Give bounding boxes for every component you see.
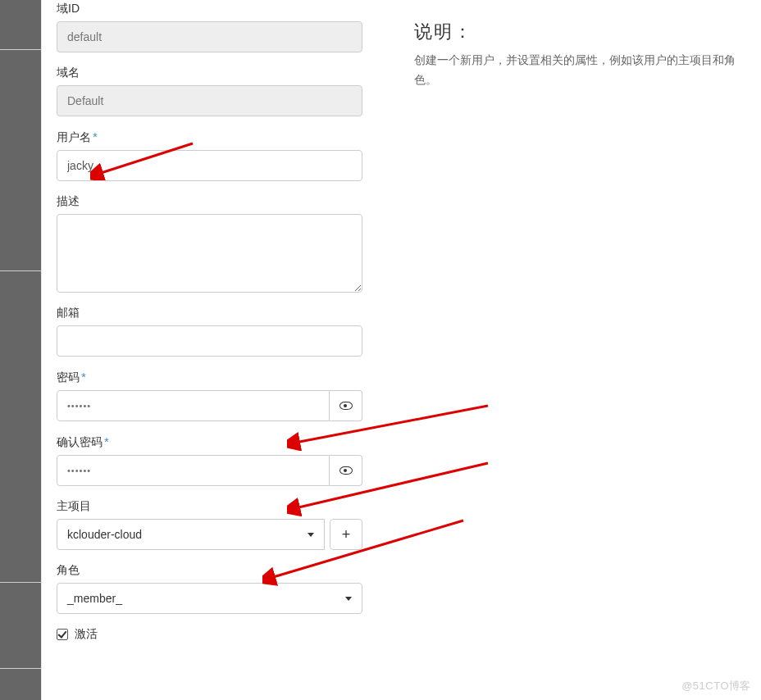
chevron-down-icon	[345, 597, 352, 601]
description-column: 说明： 创建一个新用户，并设置相关的属性，例如该用户的主项目和角色。	[409, 0, 746, 700]
required-star-icon: *	[93, 130, 98, 143]
domain-name-input	[57, 85, 362, 116]
chevron-down-icon	[308, 533, 314, 537]
username-label: 用户名*	[57, 130, 409, 145]
add-project-button[interactable]: +	[330, 519, 362, 550]
description-title: 说明：	[414, 20, 746, 44]
required-star-icon: *	[81, 370, 86, 384]
role-select[interactable]: _member_	[57, 583, 362, 614]
confirm-password-input[interactable]	[57, 455, 330, 486]
username-label-text: 用户名	[57, 130, 91, 143]
eye-icon	[339, 466, 353, 475]
create-user-modal: 域ID 域名 用户名* 描述 邮箱	[41, 0, 761, 700]
modal-backdrop	[0, 0, 41, 700]
role-label: 角色	[57, 563, 409, 578]
email-input[interactable]	[57, 325, 362, 357]
password-input[interactable]	[57, 390, 330, 421]
watermark: @51CTO博客	[681, 679, 751, 693]
confirm-password-label: 确认密码*	[57, 434, 409, 450]
activate-row[interactable]: 激活	[57, 627, 409, 642]
form-column: 域ID 域名 用户名* 描述 邮箱	[57, 0, 409, 700]
description-text: 创建一个新用户，并设置相关的属性，例如该用户的主项目和角色。	[414, 51, 746, 90]
required-star-icon: *	[104, 434, 109, 448]
description-textarea[interactable]	[57, 214, 362, 293]
main-project-label: 主项目	[57, 499, 409, 514]
domain-id-input	[57, 21, 362, 52]
toggle-confirm-password-visibility[interactable]	[330, 455, 362, 486]
activate-label: 激活	[75, 627, 98, 642]
email-label: 邮箱	[57, 306, 409, 320]
domain-name-label: 域名	[57, 66, 409, 80]
username-input[interactable]	[57, 150, 362, 181]
password-label-text: 密码	[57, 370, 80, 384]
main-project-selected-value: kclouder-cloud	[67, 528, 142, 541]
domain-id-label: 域ID	[57, 2, 409, 16]
toggle-password-visibility[interactable]	[330, 390, 362, 421]
activate-checkbox[interactable]	[57, 629, 68, 640]
main-project-select[interactable]: kclouder-cloud	[57, 519, 325, 550]
password-label: 密码*	[57, 370, 409, 385]
role-selected-value: _member_	[67, 592, 122, 605]
eye-icon	[339, 402, 353, 410]
description-label: 描述	[57, 194, 409, 209]
confirm-password-label-text: 确认密码	[57, 435, 103, 448]
